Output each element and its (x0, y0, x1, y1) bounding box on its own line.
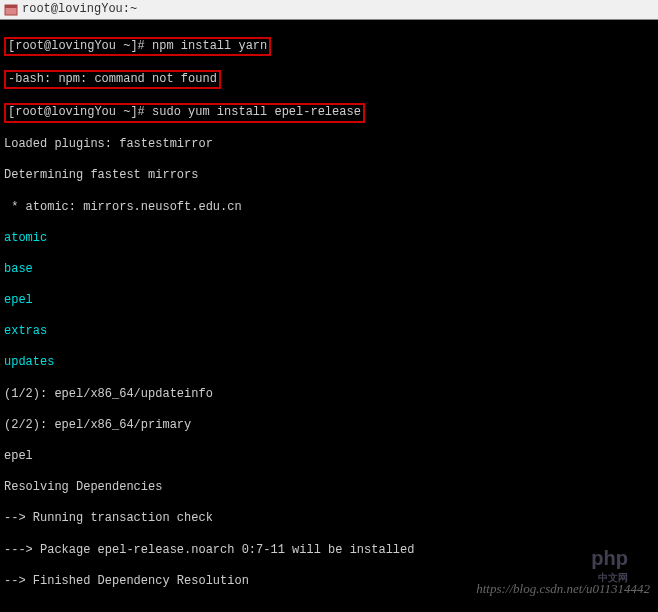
output-line: --> Running transaction check (4, 511, 654, 527)
output-line: * atomic: mirrors.neusoft.edu.cn (4, 200, 654, 216)
highlight-cmd2: [root@lovingYou ~]# sudo yum install epe… (4, 103, 365, 123)
highlight-cmd1: [root@lovingYou ~]# npm install yarn (4, 37, 271, 57)
command-text: sudo yum install epel-release (152, 105, 361, 119)
highlight-error: -bash: npm: command not found (4, 70, 221, 90)
svg-rect-1 (5, 5, 17, 8)
php-watermark: php 中文网 (591, 545, 628, 584)
terminal-output[interactable]: [root@lovingYou ~]# npm install yarn -ba… (0, 20, 658, 612)
csdn-watermark: https://blog.csdn.net/u011314442 (476, 581, 650, 598)
output-line: ---> Package epel-release.noarch 0:7-11 … (4, 543, 654, 559)
output-line: epel (4, 293, 654, 309)
window-titlebar: root@lovingYou:~ (0, 0, 658, 20)
command-text: npm install yarn (152, 39, 267, 53)
output-line: epel (4, 449, 654, 465)
prompt: [root@lovingYou ~]# (8, 39, 145, 53)
prompt: [root@lovingYou ~]# (8, 105, 145, 119)
output-line: (2/2): epel/x86_64/primary (4, 418, 654, 434)
output-line: (1/2): epel/x86_64/updateinfo (4, 387, 654, 403)
output-line: Loaded plugins: fastestmirror (4, 137, 654, 153)
output-line: updates (4, 355, 654, 371)
output-line: Resolving Dependencies (4, 480, 654, 496)
output-line: base (4, 262, 654, 278)
output-line: Determining fastest mirrors (4, 168, 654, 184)
output-line: extras (4, 324, 654, 340)
output-line: atomic (4, 231, 654, 247)
error-text: -bash: npm: command not found (8, 72, 217, 86)
window-title: root@lovingYou:~ (22, 2, 137, 18)
terminal-icon (4, 3, 18, 17)
